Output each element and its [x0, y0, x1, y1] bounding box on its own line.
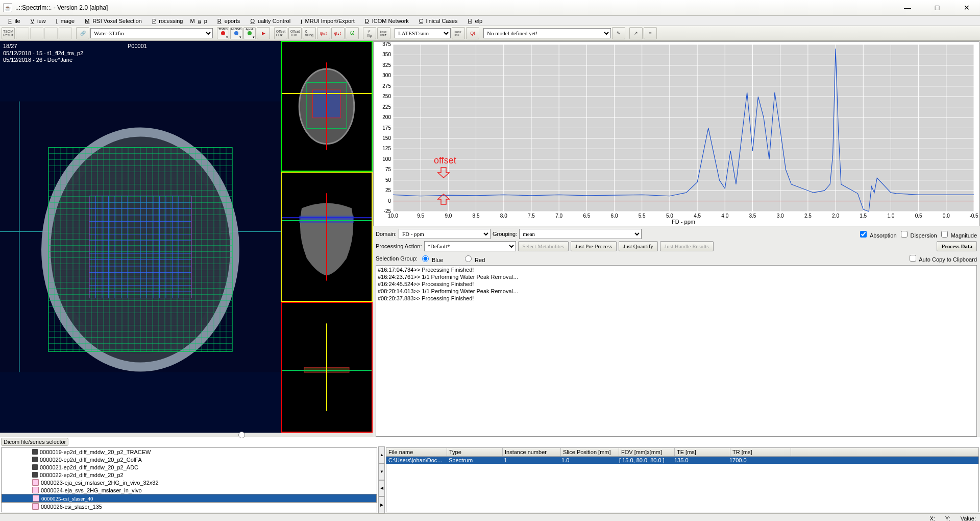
- tree-item[interactable]: 0000023-eja_csi_mslaser_2HG_in_vivo_32x3…: [2, 479, 377, 486]
- menu-view[interactable]: View: [24, 17, 49, 25]
- ortho-sagittal[interactable]: [281, 302, 373, 433]
- tree-item[interactable]: 0000019-ep2d_diff_mddw_20_p2_TRACEW: [2, 448, 377, 456]
- export-icon[interactable]: ↗: [629, 27, 643, 39]
- tb-icon-5[interactable]: [59, 27, 72, 39]
- flip-icon[interactable]: ⇄flip: [363, 27, 376, 39]
- offset-fd-icon[interactable]: OffsetFD▾: [274, 27, 287, 39]
- process-data-button[interactable]: Process Data: [937, 241, 977, 251]
- edit-icon[interactable]: ✎: [612, 27, 625, 39]
- minimize-button[interactable]: —: [897, 2, 918, 14]
- tree-item[interactable]: 0000025-csi_slaser_40: [2, 494, 377, 503]
- ofilling-icon[interactable]: 0filling: [303, 27, 316, 39]
- svg-text:0.0: 0.0: [943, 213, 950, 219]
- slice-slider[interactable]: [0, 433, 373, 437]
- play-icon[interactable]: ▶: [257, 27, 270, 39]
- qi-icon[interactable]: Q!: [466, 27, 479, 39]
- main-area: 18/27 P00001 05/12/2018 - 15 - t1_fl2d_t…: [0, 41, 980, 437]
- series-tree[interactable]: 0000019-ep2d_diff_mddw_20_p2_TRACEW00000…: [1, 447, 377, 512]
- radio-blue[interactable]: Blue: [420, 254, 443, 263]
- offset-td-icon[interactable]: OffsetTD▾: [288, 27, 302, 39]
- table-cell: 1700.0: [727, 457, 788, 464]
- menu-reports[interactable]: Reports: [211, 17, 243, 25]
- proc-action-select[interactable]: *Default*: [424, 241, 516, 251]
- menu-map[interactable]: Map: [187, 17, 210, 25]
- just-quantify-button[interactable]: Just Quantify: [619, 241, 658, 251]
- absorption-check[interactable]: Absorption: [858, 229, 896, 239]
- phi1-icon[interactable]: φ₁↕: [331, 27, 345, 39]
- ortho-axial[interactable]: [281, 41, 373, 172]
- arrow-up-icon: [436, 193, 451, 205]
- ortho-coronal[interactable]: [281, 172, 373, 302]
- baseline2-icon[interactable]: base-line: [452, 27, 465, 39]
- svg-text:3.0: 3.0: [777, 213, 784, 219]
- spectrum-chart[interactable]: -250255075100125150175200225250275300325…: [373, 41, 979, 226]
- tb-icon-3[interactable]: [30, 27, 43, 39]
- menu-mrsi[interactable]: MRSI Voxel Selection: [79, 17, 145, 25]
- table-header[interactable]: FOV [mm]x[mm]: [619, 448, 675, 456]
- radio-red[interactable]: Red: [462, 254, 485, 263]
- patient-id: P00001: [128, 43, 147, 49]
- snm-select[interactable]: LATEST.snm: [395, 28, 451, 38]
- tdfd-red-icon[interactable]: TD/FD▾: [217, 27, 229, 39]
- just-preprocess-button[interactable]: Just Pre-Process: [571, 241, 617, 251]
- menu-dicom[interactable]: DICOM Network: [359, 17, 412, 25]
- tb-icon-4[interactable]: [44, 27, 58, 39]
- svg-text:250: 250: [382, 93, 391, 99]
- svg-text:150: 150: [382, 135, 391, 141]
- tree-item[interactable]: 0000021-ep2d_diff_mddw_20_p2_ADC: [2, 463, 377, 471]
- magnitude-check[interactable]: Magnitude: [939, 229, 977, 239]
- table-header[interactable]: TE [ms]: [675, 448, 730, 456]
- file-table[interactable]: File nameTypeInstance numberSlice Positi…: [386, 447, 979, 512]
- menu-processing[interactable]: Processing: [146, 17, 186, 25]
- table-cell: [ 15.0, 80.0, 80.0 ]: [617, 457, 672, 464]
- svg-text:9.5: 9.5: [417, 213, 424, 219]
- preset-select[interactable]: Water-3T.tfm: [90, 28, 213, 38]
- tree-item[interactable]: 0000026-csi_slaser_135: [2, 503, 377, 510]
- bottom-panel: Dicom file/series selector 0000019-ep2d_…: [0, 437, 980, 521]
- scroll-right-icon[interactable]: ▶: [379, 496, 385, 513]
- toolbar: TSOMResult 🔗 Water-3T.tfm TD/FD▾ HLSVD▾ …: [0, 26, 980, 41]
- menu-help[interactable]: Help: [462, 17, 486, 25]
- svg-text:275: 275: [382, 83, 391, 89]
- log-output[interactable]: #16:17:04.734>> Processing Finished!#16:…: [376, 265, 977, 437]
- menu-qc[interactable]: Quality Control: [244, 17, 293, 25]
- tree-scroll[interactable]: ▲ ▼ ◀ ▶: [378, 446, 385, 513]
- tb-icon-2[interactable]: [16, 27, 29, 39]
- hlsvd-blue-icon[interactable]: HLSVD▾: [230, 27, 242, 39]
- just-handle-button[interactable]: Just Handle Results: [660, 241, 714, 251]
- list-icon[interactable]: ≡: [644, 27, 657, 39]
- phi0-icon[interactable]: φ₀↕: [317, 27, 330, 39]
- svg-text:2.0: 2.0: [832, 213, 839, 219]
- omega-icon[interactable]: Ѡ: [346, 27, 359, 39]
- tree-item[interactable]: 0000024-eja_svs_2HG_mslaser_in_vivo: [2, 486, 377, 494]
- menu-jmrui[interactable]: jMRUI Import/Export: [295, 17, 358, 25]
- tree-item[interactable]: 0000022-ep2d_diff_mddw_20_p2: [2, 471, 377, 479]
- menu-image[interactable]: Image: [50, 17, 78, 25]
- menu-clinical[interactable]: Clinical Cases: [413, 17, 461, 25]
- grouping-select[interactable]: mean: [519, 229, 642, 239]
- table-header[interactable]: Instance number: [503, 448, 561, 456]
- baseline-icon[interactable]: base-line▾: [377, 27, 390, 39]
- model-select[interactable]: No model defined yet!: [483, 28, 611, 38]
- dispersion-check[interactable]: Dispersion: [899, 229, 937, 239]
- table-header[interactable]: File name: [386, 448, 447, 456]
- tsom-icon[interactable]: TSOMResult: [2, 27, 15, 39]
- tree-item[interactable]: 0000020-ep2d_diff_mddw_20_p2_ColFA: [2, 456, 377, 463]
- table-header[interactable]: Slice Position [mm]: [561, 448, 619, 456]
- link-icon[interactable]: 🔗: [76, 27, 89, 39]
- table-header[interactable]: TR [ms]: [730, 448, 791, 456]
- menu-file[interactable]: File: [2, 17, 23, 25]
- table-cell: Spectrum: [447, 457, 502, 464]
- domain-select[interactable]: FD - ppm: [399, 229, 491, 239]
- autocopy-check[interactable]: Auto Copy to Clipboard: [908, 253, 977, 263]
- scroll-up-icon[interactable]: ▲: [379, 446, 385, 463]
- close-button[interactable]: ✕: [957, 2, 977, 14]
- select-metabolites-button[interactable]: Select Metabolites: [518, 241, 569, 251]
- scroll-down-icon[interactable]: ▼: [379, 463, 385, 480]
- scroll-left-icon[interactable]: ◀: [379, 480, 385, 497]
- apod-green-icon[interactable]: Apod.▾: [243, 27, 256, 39]
- axial-view[interactable]: 18/27 P00001 05/12/2018 - 15 - t1_fl2d_t…: [0, 41, 281, 433]
- maximize-button[interactable]: □: [927, 2, 947, 14]
- ortho-views: [281, 41, 373, 433]
- table-header[interactable]: Type: [447, 448, 503, 456]
